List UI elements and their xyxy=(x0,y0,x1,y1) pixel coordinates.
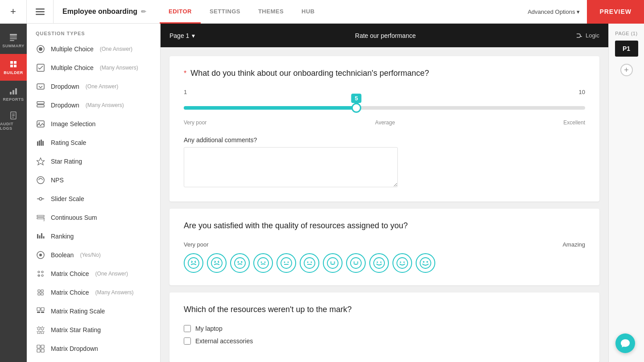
question-card-2: Are you satisfied with the quality of re… xyxy=(169,209,599,285)
svg-point-42 xyxy=(38,275,39,276)
preview-button[interactable]: PREVIEW xyxy=(587,0,644,24)
sidebar-item-summary[interactable]: SUMMARY xyxy=(0,27,27,54)
qt-dropdown-many[interactable]: Dropdown (Many Answers) xyxy=(27,96,160,115)
svg-rect-5 xyxy=(10,38,17,39)
svg-rect-46 xyxy=(38,293,40,295)
smiley-4[interactable] xyxy=(253,253,273,273)
question-text-3: Which of the resources weren't up to the… xyxy=(184,305,585,314)
svg-text:Σ: Σ xyxy=(43,218,45,222)
smiley-9[interactable] xyxy=(369,253,389,273)
summary-icon xyxy=(9,33,18,42)
svg-point-86 xyxy=(327,258,338,268)
qt-continuous-sum[interactable]: Σ Continuous Sum xyxy=(27,208,160,227)
qt-nps[interactable]: NPS xyxy=(27,171,160,189)
add-button[interactable]: + xyxy=(0,0,27,24)
smiley-1[interactable] xyxy=(184,253,203,273)
qt-dropdown-one[interactable]: Dropdown (One Answer) xyxy=(27,77,160,96)
tab-themes[interactable]: THEMES xyxy=(249,0,293,24)
svg-rect-58 xyxy=(37,349,40,352)
qt-rating-scale[interactable]: Rating Scale xyxy=(27,133,160,152)
svg-rect-33 xyxy=(37,234,38,239)
question-card-1: * What do you think about our onboarding… xyxy=(169,56,599,202)
smiley-10[interactable] xyxy=(392,253,412,273)
svg-point-88 xyxy=(334,262,335,263)
builder-icon xyxy=(9,60,18,69)
tab-editor[interactable]: EDITOR xyxy=(160,0,201,24)
svg-point-93 xyxy=(377,262,378,263)
svg-point-87 xyxy=(330,262,332,263)
boolean-icon xyxy=(36,250,45,260)
qt-boolean[interactable]: Boolean (Yes/No) xyxy=(27,246,160,264)
slider-thumb[interactable] xyxy=(351,103,361,113)
matrix-star-icon xyxy=(36,325,45,335)
star-icon xyxy=(36,156,45,166)
qt-star-rating[interactable]: Star Rating xyxy=(27,152,160,171)
matrix-dd-icon xyxy=(36,344,45,354)
svg-rect-7 xyxy=(10,92,12,95)
smiley-row xyxy=(184,253,585,273)
slider-bg: 5 xyxy=(184,106,585,110)
edit-title-icon[interactable]: ✏ xyxy=(141,8,146,15)
smiley-6[interactable] xyxy=(300,253,319,273)
svg-point-38 xyxy=(39,254,42,256)
svg-rect-22 xyxy=(37,141,38,146)
svg-point-97 xyxy=(404,262,405,263)
svg-point-77 xyxy=(264,262,266,263)
qt-multiple-choice-one[interactable]: Multiple Choice (One Answer) xyxy=(27,40,160,58)
qt-image-selection[interactable]: Image Selection xyxy=(27,115,160,133)
tab-settings[interactable]: SETTINGS xyxy=(201,0,249,24)
chat-icon[interactable] xyxy=(615,333,635,353)
menu-button[interactable] xyxy=(27,0,54,24)
qt-matrix-rating-scale[interactable]: Matrix Rating Scale xyxy=(27,302,160,321)
svg-rect-59 xyxy=(41,349,44,352)
smiley-11[interactable] xyxy=(416,253,435,273)
svg-point-75 xyxy=(258,258,268,268)
matrix-one-icon xyxy=(36,269,45,279)
advanced-options-button[interactable]: Advanced Options ▾ xyxy=(520,8,587,15)
topbar-tabs: EDITOR SETTINGS THEMES HUB xyxy=(160,0,324,23)
svg-point-83 xyxy=(307,262,309,263)
page-dropdown[interactable]: Page 1 ▾ xyxy=(169,32,195,39)
question-text-1: * What do you think about our onboarding… xyxy=(184,69,585,78)
smiley-2[interactable] xyxy=(207,253,227,273)
sidebar-item-audit-logs[interactable]: AUDIT LOGS xyxy=(0,107,27,134)
smiley-3[interactable] xyxy=(230,253,250,273)
sidebar-item-builder[interactable]: BUILDER xyxy=(0,54,27,81)
qt-matrix-choice-one[interactable]: Matrix Choice (One Answer) xyxy=(27,264,160,283)
svg-point-43 xyxy=(41,275,43,276)
radio-icon xyxy=(36,44,45,54)
checkbox-input-1[interactable] xyxy=(184,325,191,332)
svg-rect-56 xyxy=(37,345,40,348)
qt-matrix-choice-many[interactable]: Matrix Choice (Many Answers) xyxy=(27,283,160,302)
qt-matrix-star-rating[interactable]: Matrix Star Rating xyxy=(27,321,160,339)
checkbox-input-2[interactable] xyxy=(184,337,191,345)
sidebar-item-reports[interactable]: REPORTS xyxy=(0,81,27,107)
svg-rect-36 xyxy=(43,236,45,239)
qt-ranking[interactable]: Ranking xyxy=(27,227,160,246)
rating-scale-icon xyxy=(36,138,45,148)
smiley-7[interactable] xyxy=(323,253,343,273)
svg-marker-52 xyxy=(37,326,41,330)
slider-track[interactable]: 5 xyxy=(184,99,585,117)
smiley-8[interactable] xyxy=(346,253,366,273)
qt-slider-scale[interactable]: Slider Scale xyxy=(27,189,160,208)
svg-rect-13 xyxy=(12,117,14,118)
question-types-header: QUESTION TYPES xyxy=(27,24,160,40)
svg-rect-44 xyxy=(38,290,40,292)
add-page-button[interactable]: + xyxy=(620,64,633,76)
qt-matrix-dropdown[interactable]: Matrix Dropdown xyxy=(27,339,160,358)
smiley-5[interactable] xyxy=(277,253,296,273)
svg-rect-19 xyxy=(37,105,44,107)
svg-point-80 xyxy=(288,262,289,263)
logic-button[interactable]: Logic xyxy=(576,32,599,39)
svg-rect-17 xyxy=(37,84,44,89)
svg-rect-47 xyxy=(41,293,43,295)
icon-sidebar: SUMMARY BUILDER REPORTS AUDIT LOGS xyxy=(0,24,27,362)
svg-rect-3 xyxy=(10,34,17,36)
reports-icon xyxy=(9,86,18,95)
svg-marker-53 xyxy=(41,326,45,330)
page-thumbnail-p1[interactable]: P1 xyxy=(615,41,638,57)
tab-hub[interactable]: HUB xyxy=(293,0,324,24)
qt-multiple-choice-many[interactable]: Multiple Choice (Many Answers) xyxy=(27,58,160,77)
comments-textarea[interactable] xyxy=(184,147,398,187)
